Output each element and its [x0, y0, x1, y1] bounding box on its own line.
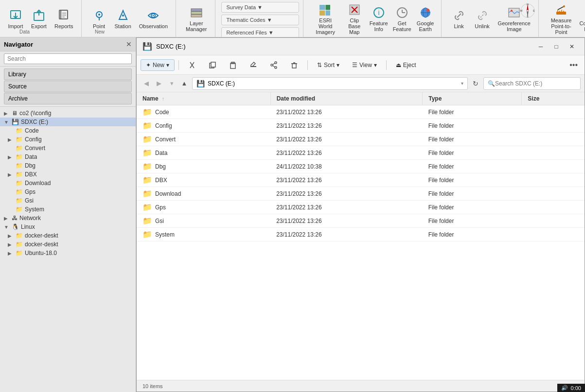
tree-arrow-co2: ▶ — [4, 111, 12, 116]
tree-item-linux[interactable]: ▼ 🐧 Linux — [0, 222, 136, 231]
tree-item-sdxc[interactable]: ▼ 💾 SDXC (E:) — [0, 118, 136, 126]
col-date[interactable]: Date modified — [270, 92, 423, 105]
tree-item-docker1[interactable]: ▶ 📁 docker-deskt — [0, 231, 136, 240]
thematic-codes-dropdown[interactable]: Thematic Codes ▼ — [221, 15, 299, 25]
compute-point-button[interactable]: ComputePoint — [578, 3, 585, 34]
more-options-button[interactable]: ••• — [567, 59, 581, 71]
up-button[interactable]: ▲ — [178, 78, 190, 89]
table-row[interactable]: 📁 Convert 23/11/2022 13:26 File folder — [137, 133, 585, 146]
tree-item-gps[interactable]: 📁 Gps — [0, 187, 136, 196]
station-button[interactable]: Station — [111, 6, 135, 31]
recent-button[interactable]: ▾ — [166, 78, 177, 89]
table-row[interactable]: 📁 Gsi 23/11/2022 13:26 File folder — [137, 214, 585, 228]
tree-item-system[interactable]: 📁 System — [0, 205, 136, 214]
tree-item-download[interactable]: 📁 Download — [0, 179, 136, 187]
table-row[interactable]: 📁 Code 23/11/2022 13:26 File folder — [137, 105, 585, 119]
maximize-button[interactable]: □ — [550, 42, 563, 51]
eject-button[interactable]: ⏏ Eject — [390, 59, 422, 71]
share-button[interactable] — [265, 59, 283, 71]
get-feature-button[interactable]: GetFeature — [390, 3, 414, 34]
col-type[interactable]: Type — [423, 92, 522, 105]
tree-item-dbx[interactable]: ▶ 📁 DBX — [0, 170, 136, 179]
minimize-button[interactable]: ─ — [534, 42, 548, 51]
sort-button[interactable]: ⇅ Sort ▾ — [312, 59, 345, 71]
measure-button[interactable]: MeasurePoint-to-Point — [545, 0, 578, 37]
tree-item-ubuntu[interactable]: ▶ 📁 Ubuntu-18.0 — [0, 249, 136, 257]
col-name[interactable]: Name ↑ — [137, 92, 270, 105]
tree-item-code[interactable]: 📁 Code — [0, 126, 136, 135]
sort-dropdown-icon: ▾ — [337, 62, 339, 68]
reports-button[interactable]: Reports — [51, 6, 77, 31]
link-button[interactable]: Link — [447, 6, 471, 31]
tree-item-co2[interactable]: ▶ 🖥 co2 (\\config — [0, 109, 136, 118]
file-name-cell: 📁 DBX — [137, 173, 270, 187]
new-button[interactable]: ✦ New ▾ — [141, 59, 175, 71]
navigator-close-button[interactable]: ✕ — [126, 40, 132, 48]
feature-info-button[interactable]: i FeatureInfo — [367, 3, 390, 34]
tree-item-data[interactable]: ▶ 📁 Data — [0, 153, 136, 161]
col-size[interactable]: Size — [522, 92, 585, 105]
referenced-files-dropdown[interactable]: Referenced Files ▼ — [221, 27, 299, 37]
folder-icon: 📁 — [142, 203, 152, 212]
tree-item-gsi[interactable]: 📁 Gsi — [0, 196, 136, 205]
tree-item-convert[interactable]: 📁 Convert — [0, 144, 136, 153]
cut-button[interactable] — [183, 59, 201, 71]
toolbar-separator-2 — [307, 60, 308, 70]
tree-icon-gps: 📁 — [16, 188, 23, 195]
table-row[interactable]: 📁 DBX 23/11/2022 13:26 File folder — [137, 173, 585, 187]
esri-world-button[interactable]: ESRIWorld Imagery — [309, 0, 342, 37]
layer-manager-label: LayerManager — [186, 20, 207, 32]
delete-button[interactable] — [285, 59, 303, 71]
search-input[interactable] — [495, 80, 576, 87]
reports-label: Reports — [54, 23, 73, 29]
import-button[interactable]: Import — [4, 6, 27, 31]
tab-source[interactable]: Source — [4, 81, 132, 92]
observation-button[interactable]: Observation — [135, 6, 172, 31]
tree-item-config[interactable]: ▶ 📁 Config — [0, 135, 136, 144]
google-earth-button[interactable]: GoogleEarth — [414, 3, 437, 34]
export-button[interactable]: Export — [27, 6, 51, 31]
file-name-cell: 📁 Gsi — [137, 214, 270, 228]
file-date-cell: 24/11/2022 10:38 — [270, 160, 423, 173]
refresh-button[interactable]: ↻ — [470, 78, 481, 89]
back-button[interactable]: ◀ — [141, 78, 152, 89]
forward-button[interactable]: ▶ — [153, 78, 165, 89]
file-size-cell — [522, 160, 585, 173]
tree-label-download: Download — [25, 180, 51, 187]
table-row[interactable]: 📁 Download 23/11/2022 13:26 File folder — [137, 187, 585, 201]
navigator-search-input[interactable] — [4, 53, 132, 64]
layer-manager-button[interactable]: LayerManager — [182, 3, 211, 34]
paste-button[interactable] — [224, 59, 242, 71]
svg-rect-45 — [556, 12, 566, 15]
copy-button[interactable] — [203, 59, 222, 71]
svg-rect-68 — [292, 64, 296, 68]
view-button[interactable]: ☰ View ▾ — [347, 59, 382, 71]
tree-item-docker2[interactable]: ▶ 📁 docker-deskt — [0, 240, 136, 249]
point-button[interactable]: Point — [88, 6, 111, 31]
rename-button[interactable] — [244, 59, 263, 71]
table-row[interactable]: 📁 Gps 23/11/2022 13:26 File folder — [137, 201, 585, 214]
toolbar-separator-1 — [178, 60, 179, 70]
address-path[interactable]: 💾 SDXC (E:) ▾ — [192, 77, 468, 90]
clip-base-map-button[interactable]: ClipBase Map — [342, 0, 367, 37]
table-row[interactable]: 📁 Dbg 24/11/2022 10:38 File folder — [137, 160, 585, 173]
copy-icon — [209, 61, 216, 69]
tree-label-docker2: docker-deskt — [25, 241, 58, 248]
close-button[interactable]: ✕ — [565, 42, 579, 51]
tree-arrow-config: ▶ — [8, 137, 16, 142]
file-type-cell: File folder — [423, 214, 522, 228]
folder-icon: 📁 — [142, 216, 152, 225]
table-row[interactable]: 📁 System 23/11/2022 13:26 File folder — [137, 228, 585, 241]
tab-archive[interactable]: Archive — [4, 93, 132, 104]
tree-item-network[interactable]: ▶ 🖧 Network — [0, 214, 136, 222]
item-count: 10 items — [142, 383, 163, 389]
tree-icon-docker2: 📁 — [16, 241, 23, 248]
table-row[interactable]: 📁 Config 23/11/2022 13:26 File folder — [137, 119, 585, 133]
file-name: Gps — [155, 204, 166, 211]
unlink-button[interactable]: Unlink — [471, 6, 494, 31]
tab-library[interactable]: Library — [4, 68, 132, 80]
tree-item-dbg[interactable]: 📁 Dbg — [0, 161, 136, 170]
table-row[interactable]: 📁 Data 23/11/2022 13:26 File folder — [137, 146, 585, 160]
survey-data-dropdown[interactable]: Survey Data ▼ — [221, 2, 299, 13]
rename-icon — [249, 61, 257, 69]
